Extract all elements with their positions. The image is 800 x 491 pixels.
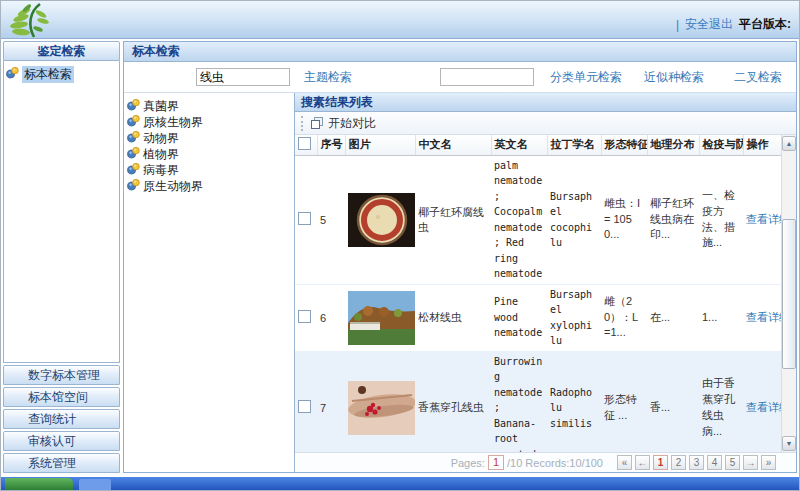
select-checkbox[interactable] (298, 212, 311, 225)
sidebar-section-button[interactable]: 审核认可 (3, 431, 120, 451)
page-button[interactable]: 3 (689, 455, 704, 470)
select-all-header-cell (295, 135, 317, 155)
taxon-icon (127, 130, 140, 146)
column-header: 地理分布 (647, 135, 699, 155)
view-detail-link[interactable]: 查看详细 (746, 213, 785, 225)
page-button[interactable]: 1 (653, 455, 668, 470)
dichotomous-search-link[interactable]: 二叉检索 (734, 69, 782, 86)
cell-eng: Burrowing nematode; Banana-root nematode (491, 351, 547, 452)
tree-item[interactable]: 原核生物界 (127, 114, 292, 130)
banana-root-image (348, 381, 415, 435)
column-header: 操作 (743, 135, 785, 155)
taxon-search-input[interactable] (440, 68, 534, 86)
tree-item[interactable]: 病毒界 (127, 162, 292, 178)
page-button[interactable]: 4 (707, 455, 722, 470)
page-title: 标本检索 (124, 42, 796, 62)
cell-act: 查看详细 (743, 351, 785, 452)
total-pages-label: /10 (507, 457, 522, 469)
start-button[interactable] (5, 478, 73, 490)
taxon-icon (127, 146, 140, 162)
tree-item-label: 病毒界 (143, 162, 179, 179)
cell-img (345, 351, 415, 452)
start-compare-button[interactable]: 开始对比 (328, 115, 376, 132)
sidebar-body: 标本检索 (3, 61, 120, 363)
column-header: 英文名 (491, 135, 547, 155)
sidebar: 鉴定检索 标本检索 数字标本管理标本馆空间查询统计审核认可系统管理 (3, 41, 120, 473)
taxon-icon (127, 98, 140, 114)
table-row: 6松材线虫Pine wood nematodeBursaphel xylophi… (295, 284, 785, 351)
cell-cn: 香蕉穿孔线虫 (415, 351, 491, 452)
sidebar-item-specimen-search[interactable]: 标本检索 (6, 65, 117, 83)
tree-item[interactable]: 原生动物界 (127, 178, 292, 194)
select-checkbox[interactable] (298, 400, 311, 413)
first-page-button[interactable]: « (617, 455, 632, 470)
pagination-bar: Pages: 1 /10 Records:10/100 « ← 12345 → … (295, 452, 796, 472)
cell-act: 查看详细 (743, 155, 785, 284)
cell-dist: 香... (647, 351, 699, 452)
similar-species-search-link[interactable]: 近似种检索 (644, 69, 704, 86)
pages-label: Pages: (451, 457, 485, 469)
cell-num: 7 (317, 351, 345, 452)
sidebar-section-button[interactable]: 数字标本管理 (3, 365, 120, 385)
cell-quar: 1... (699, 284, 743, 351)
platform-version-label: 平台版本: (739, 16, 791, 33)
cell-img (345, 284, 415, 351)
table-row: 5椰子红环腐线虫palm nematode; Cocopalm nematode… (295, 155, 785, 284)
keyword-search-input[interactable] (196, 68, 290, 86)
select-checkbox[interactable] (298, 310, 311, 323)
cell-img (345, 155, 415, 284)
content-row: 真菌界原核生物界动物界植物界病毒界原生动物界 搜素结果列表 开始对比 (124, 93, 796, 472)
column-header: 中文名 (415, 135, 491, 155)
taxon-icon (127, 162, 140, 178)
plant-logo-icon (7, 2, 59, 38)
search-row: 主题检索 分类单元检索 近似种检索 二叉检索 多元检索 (124, 62, 796, 93)
cell-quar: 由于香蕉穿孔线虫病... (699, 351, 743, 452)
cell-act: 查看详细 (743, 284, 785, 351)
results-title: 搜素结果列表 (295, 93, 796, 112)
last-page-button[interactable]: » (761, 455, 776, 470)
view-detail-link[interactable]: 查看详细 (746, 401, 785, 413)
table-row: 7香蕉穿孔线虫Burrowing nematode; Banana-root n… (295, 351, 785, 452)
main-panel: 标本检索 主题检索 分类单元检索 近似种检索 二叉检索 多元检索 真菌界原核生物… (123, 41, 797, 473)
topic-search-link[interactable]: 主题检索 (304, 69, 352, 86)
page-button[interactable]: 2 (671, 455, 686, 470)
scroll-down-arrow-icon[interactable]: ▼ (782, 436, 796, 451)
column-header: 拉丁学名 (547, 135, 601, 155)
toolbar-grip-handle[interactable] (301, 116, 303, 131)
taxon-unit-search-link[interactable]: 分类单元检索 (550, 69, 622, 86)
tree-item-label: 原核生物界 (143, 114, 203, 131)
cell-lat: Bursaphel xylophilu (547, 284, 601, 351)
tree-item-label: 真菌界 (143, 98, 179, 115)
tree-item[interactable]: 动物界 (127, 130, 292, 146)
os-taskbar (1, 477, 799, 490)
cell- (295, 155, 317, 284)
prev-page-button[interactable]: ← (635, 455, 650, 470)
column-header: 形态特征 (601, 135, 647, 155)
tree-item[interactable]: 真菌界 (127, 98, 292, 114)
tree-item[interactable]: 植物界 (127, 146, 292, 162)
page-button[interactable]: 5 (725, 455, 740, 470)
taskbar-app-button[interactable] (79, 479, 111, 490)
cell-cn: 松材线虫 (415, 284, 491, 351)
view-detail-link[interactable]: 查看详细 (746, 311, 785, 323)
cell-morph: 雌（20）：L=1... (601, 284, 647, 351)
select-all-checkbox[interactable] (298, 137, 311, 150)
sidebar-section-button[interactable]: 系统管理 (3, 453, 120, 473)
vertical-scrollbar[interactable]: ▲ ▼ (781, 135, 796, 452)
sidebar-section-button[interactable]: 标本馆空间 (3, 387, 120, 407)
cell-dist: 椰子红环线虫病在印... (647, 155, 699, 284)
kingdom-tree: 真菌界原核生物界动物界植物界病毒界原生动物界 (124, 93, 294, 472)
sidebar-section-button[interactable]: 查询统计 (3, 409, 120, 429)
tree-item-label: 原生动物界 (143, 178, 203, 195)
cell-dist: 在... (647, 284, 699, 351)
logout-link[interactable]: 安全退出 (685, 16, 733, 33)
cell- (295, 351, 317, 452)
cell- (295, 284, 317, 351)
column-header: 检疫与防治 (699, 135, 743, 155)
next-page-button[interactable]: → (743, 455, 758, 470)
results-panel: 搜素结果列表 开始对比 序号图片中文名 (294, 93, 796, 472)
scroll-up-arrow-icon[interactable]: ▲ (782, 136, 796, 151)
scrollbar-thumb[interactable] (782, 219, 796, 369)
sidebar-header-identify-search[interactable]: 鉴定检索 (3, 41, 120, 61)
taxon-icon (127, 178, 140, 194)
